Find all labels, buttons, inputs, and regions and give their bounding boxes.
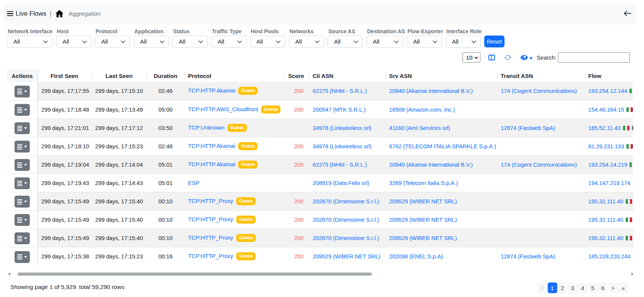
cli-asn-link[interactable]: 209529 (WIBER NET SRL) <box>313 253 380 260</box>
srv-asn-link[interactable]: 20940 (Akamai International B.V.) <box>389 88 473 94</box>
columns-icon[interactable] <box>488 55 495 60</box>
cli-asn-link[interactable]: 200547 (MTK S.R.L.) <box>313 106 366 113</box>
eye-icon[interactable] <box>520 54 533 61</box>
page-button-next[interactable]: > <box>608 282 618 293</box>
cli-asn-link[interactable]: 62275 (NHM - S.R.L.) <box>313 88 367 94</box>
flow-ip-link[interactable]: 195.32.111.40 <box>588 198 623 204</box>
row-actions-button[interactable] <box>15 122 30 134</box>
protocol-app-link[interactable]: HTTP.Akamai <box>201 87 235 94</box>
page-button-2[interactable]: 2 <box>558 282 567 293</box>
protocol-app-link[interactable]: HTTP.AWS_Cloudfront <box>201 106 258 112</box>
filter-select-traffic-type[interactable]: All <box>211 36 247 48</box>
row-actions-button[interactable] <box>15 159 30 171</box>
protocol-l4-link[interactable]: TCP <box>188 124 200 131</box>
srv-asn-link[interactable]: 209529 (WIBER NET SRL) <box>389 235 457 241</box>
filter-select-host[interactable]: All <box>56 36 91 48</box>
row-actions-button[interactable] <box>15 251 30 263</box>
column-header-flow[interactable]: Flow <box>586 70 633 82</box>
row-actions-button[interactable] <box>15 196 30 208</box>
transit-asn-link[interactable]: 12874 (Fastweb SpA) <box>501 125 555 131</box>
filter-select-host-pools[interactable]: All <box>250 36 285 48</box>
protocol-l4-link[interactable]: ESP <box>188 180 200 186</box>
flow-ip-link[interactable]: 195.32.111.40 <box>588 216 623 223</box>
row-actions-button[interactable] <box>15 86 30 97</box>
cli-asn-link[interactable]: 208919 (Data Felix srl) <box>313 180 369 186</box>
row-actions-button[interactable] <box>15 141 30 153</box>
flow-ip-link[interactable]: 195.32.111.40 <box>588 235 623 241</box>
protocol-app-link[interactable]: HTTP.Akamai <box>201 161 235 167</box>
srv-asn-link[interactable]: 41160 (Amt Services srl) <box>389 125 450 131</box>
flow-ip-link[interactable]: 193.254.12.144 <box>588 88 627 94</box>
filter-select-source-as[interactable]: All <box>328 36 363 48</box>
scroll-right-arrow-icon[interactable] <box>631 273 634 276</box>
page-button-3[interactable]: 3 <box>568 282 577 293</box>
column-header-last-seen[interactable]: Last Seen <box>91 70 147 82</box>
search-input[interactable] <box>558 52 630 63</box>
protocol-l4-link[interactable]: TCP <box>188 161 200 167</box>
cli-asn-link[interactable]: 34978 (Linkwireless srl) <box>313 143 371 149</box>
row-actions-button[interactable] <box>15 232 30 244</box>
column-header-duration[interactable]: Duration <box>147 70 184 82</box>
flow-ip-link[interactable]: 81.29.231.133 <box>588 143 624 149</box>
column-header-cli-asn[interactable]: Cli ASN <box>309 70 385 82</box>
menu-icon[interactable] <box>7 11 13 16</box>
transit-asn-link[interactable]: 174 (Cogent Communications) <box>501 88 577 94</box>
protocol-l4-link[interactable]: TCP <box>188 106 200 112</box>
filter-select-protocol[interactable]: All <box>95 36 130 48</box>
protocol-app-link[interactable]: HTTP_Proxy <box>201 198 233 204</box>
protocol-app-link[interactable]: HTTP_Proxy <box>201 234 233 241</box>
row-actions-button[interactable] <box>15 214 30 226</box>
back-arrow-button[interactable] <box>623 9 631 18</box>
column-header-transit-asn[interactable]: Transit ASN <box>497 70 586 82</box>
protocol-l4-link[interactable]: TCP <box>188 87 200 94</box>
srv-asn-link[interactable]: 20940 (Akamai International B.V.) <box>389 161 473 168</box>
srv-asn-link[interactable]: 16509 (Amazon.com, Inc.) <box>389 106 455 113</box>
cli-asn-link[interactable]: 202870 (Dimensione S.r.l.) <box>313 235 379 241</box>
refresh-icon[interactable] <box>504 54 511 61</box>
scroll-left-arrow-icon[interactable] <box>8 273 10 276</box>
page-button-4[interactable]: 4 <box>578 282 587 293</box>
srv-asn-link[interactable]: 202098 (ENEL S.p.A) <box>389 253 443 260</box>
srv-asn-link[interactable]: 3269 (Telecom Italia S.p.A.) <box>389 180 458 186</box>
protocol-app-link[interactable]: HTTP_Proxy <box>201 253 233 259</box>
protocol-l4-link[interactable]: TCP <box>188 198 200 204</box>
protocol-l4-link[interactable]: TCP <box>188 253 200 259</box>
column-header-score[interactable]: Score <box>284 70 309 82</box>
protocol-l4-link[interactable]: TCP <box>188 143 200 149</box>
filter-select-flow-exporter[interactable]: All <box>407 36 442 48</box>
protocol-l4-link[interactable]: TCP <box>188 216 200 222</box>
filter-select-network-interface[interactable]: All <box>7 36 52 48</box>
filter-select-destination-as[interactable]: All <box>367 36 403 48</box>
flow-ip-link[interactable]: 185.52.11.43 <box>588 125 621 131</box>
flow-ip-link[interactable]: 193.254.14.219 <box>588 161 627 168</box>
row-actions-button[interactable] <box>15 177 30 189</box>
protocol-l4-link[interactable]: TCP <box>188 234 200 241</box>
transit-asn-link[interactable]: 174 (Cogent Communications) <box>501 161 577 168</box>
protocol-app-link[interactable]: HTTP.Akamai <box>201 143 235 149</box>
page-button-last[interactable]: » <box>618 282 628 293</box>
cli-asn-link[interactable]: 202870 (Dimensione S.r.l.) <box>313 198 379 204</box>
page-button-5[interactable]: 5 <box>588 282 598 293</box>
cli-asn-link[interactable]: 62275 (NHM - S.R.L.) <box>313 161 367 168</box>
column-header-actions[interactable]: Actions <box>7 70 37 82</box>
protocol-app-link[interactable]: HTTP_Proxy <box>201 216 233 222</box>
column-header-protocol[interactable]: Protocol <box>184 70 284 82</box>
filter-select-application[interactable]: All <box>134 36 169 48</box>
column-header-first-seen[interactable]: First Seen <box>37 70 91 82</box>
home-icon[interactable] <box>55 10 64 18</box>
scrollbar-thumb[interactable] <box>18 273 372 276</box>
page-button-6[interactable]: 6 <box>598 282 608 293</box>
reset-filters-button[interactable]: Reset <box>484 36 504 47</box>
filter-select-interface-role[interactable]: All <box>446 36 481 48</box>
srv-asn-link[interactable]: 6762 (TELECOM ITALIA SPARKLE S.p.A.) <box>389 143 496 149</box>
filter-select-status[interactable]: All <box>172 36 208 48</box>
cli-asn-link[interactable]: 202870 (Dimensione S.r.l.) <box>313 216 379 223</box>
flow-ip-link[interactable]: 194.147.219.174 <box>588 180 630 186</box>
protocol-app-link[interactable]: Unknown <box>201 124 224 131</box>
row-actions-button[interactable] <box>15 104 30 116</box>
flow-ip-link[interactable]: 185.228.220.244 <box>588 253 630 260</box>
srv-asn-link[interactable]: 209529 (WIBER NET SRL) <box>389 198 457 204</box>
cli-asn-link[interactable]: 34978 (Linkwireless srl) <box>313 125 371 131</box>
filter-select-networks[interactable]: All <box>289 36 324 48</box>
page-button-1[interactable]: 1 <box>548 282 557 293</box>
